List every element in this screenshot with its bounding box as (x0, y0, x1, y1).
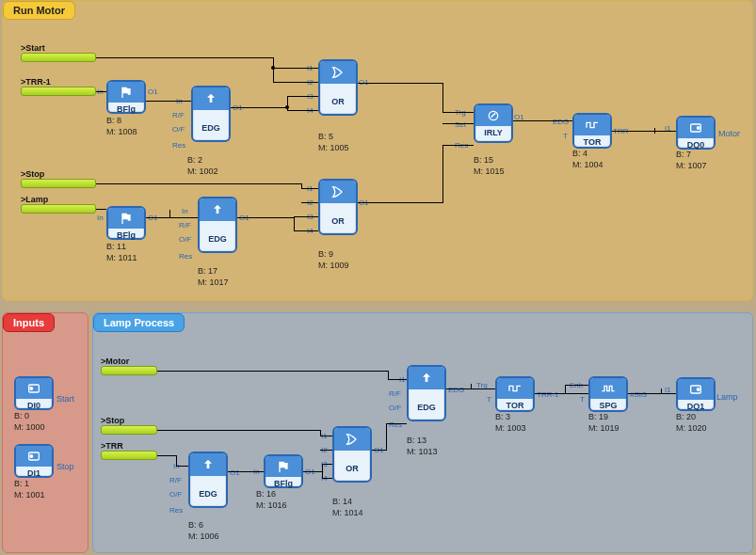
region-header-inputs: Inputs (3, 313, 55, 332)
region-header-run-motor: Run Motor (3, 1, 75, 20)
wire (442, 145, 443, 203)
arrow-up-icon (190, 453, 226, 476)
wire (535, 393, 588, 394)
block-edg-1[interactable]: EDG (191, 86, 231, 142)
signal-trr-label: >TRR (101, 441, 123, 451)
arrow-up-icon (193, 87, 229, 110)
signal-trr[interactable] (101, 451, 157, 460)
block-tor-1[interactable]: TOR (572, 113, 612, 149)
wire (273, 57, 274, 83)
block-tor-2[interactable]: TOR (495, 376, 535, 412)
block-di0[interactable]: DI0 (14, 376, 54, 410)
wire (388, 371, 389, 379)
wire (322, 464, 323, 479)
out-stop: Stop (56, 462, 74, 471)
meta-bflg-3: B: 16M: 1016 (256, 489, 287, 511)
signal-stop[interactable] (21, 179, 96, 188)
block-or-1[interactable]: OR (318, 59, 358, 116)
output-icon (678, 118, 714, 138)
pulse-icon (497, 378, 533, 399)
block-spg[interactable]: SPG (588, 376, 628, 412)
meta-tor-2: B: 3M: 1003 (495, 412, 526, 434)
block-edg-2[interactable]: EDG (198, 197, 237, 253)
wire (294, 216, 295, 231)
port-trr1-out: TRR-1 (537, 390, 559, 399)
signal-stop2[interactable] (101, 425, 157, 435)
wire (442, 83, 443, 113)
wire (388, 379, 407, 380)
port-t: T (563, 132, 568, 140)
wire (358, 83, 442, 84)
flag-icon (108, 82, 144, 103)
port-rf: R/F (179, 221, 191, 230)
input-icon (16, 378, 52, 399)
svg-point-2 (697, 127, 700, 130)
signal-motor-label: >Motor (101, 357, 129, 366)
signal-motor[interactable] (101, 366, 157, 375)
wire (565, 385, 588, 386)
meta-dq0: B: 7M: 1007 (676, 150, 707, 171)
arrow-up-icon (200, 198, 235, 221)
wire (176, 455, 177, 466)
port-res: Res (179, 252, 192, 261)
block-or-2[interactable]: OR (318, 179, 358, 235)
block-bflg-3[interactable]: BFlg (264, 454, 303, 488)
signal-lamp[interactable] (21, 204, 96, 214)
wire (301, 188, 318, 189)
wire (96, 57, 273, 58)
or-gate-icon (320, 181, 356, 203)
block-bflg-1[interactable]: BFlg (106, 80, 146, 114)
wire (654, 128, 655, 134)
out-start: Start (56, 394, 74, 404)
wire (231, 107, 287, 108)
wire (513, 120, 572, 121)
port-sig: #SIG (630, 390, 647, 399)
meta-di1: B: 1M: 1001 (14, 479, 45, 500)
signal-trr1[interactable] (21, 87, 96, 96)
wire (372, 450, 386, 451)
meta-di0: B: 0M: 1000 (14, 411, 45, 433)
block-di1[interactable]: DI1 (14, 444, 54, 478)
region-header-lamp: Lamp Process (93, 313, 185, 332)
wire (146, 217, 198, 218)
block-edg-4[interactable]: EDG (188, 452, 228, 508)
meta-edg-2: B: 17M: 1017 (198, 266, 229, 288)
signal-start-label: >Start (21, 43, 45, 53)
arrow-up-icon (409, 367, 444, 389)
wire (157, 371, 388, 372)
port-rf: R/F (169, 476, 182, 484)
or-gate-icon (320, 61, 356, 84)
block-dq0[interactable]: DQ0 (676, 116, 716, 150)
port-edg: EDG (553, 118, 569, 126)
signal-lamp-label: >Lamp (21, 195, 48, 204)
svg-point-4 (30, 388, 33, 390)
wire (176, 466, 188, 467)
block-irly[interactable]: IRLY (474, 103, 513, 143)
wire (287, 96, 318, 97)
wire (358, 202, 442, 203)
meta-irly: B: 15M: 1015 (474, 155, 505, 177)
signal-start[interactable] (21, 53, 96, 62)
port-o1: O1 (148, 87, 158, 96)
wire (96, 183, 301, 184)
port-rf: R/F (389, 389, 401, 398)
block-bflg-2[interactable]: BFlg (106, 206, 146, 240)
flag-icon (265, 456, 301, 477)
meta-or-1: B: 5M: 1005 (318, 132, 349, 153)
wire (320, 436, 332, 436)
wire (303, 471, 322, 472)
port-res: Res (389, 420, 402, 429)
port-set: Set (455, 120, 466, 129)
block-edg-3[interactable]: EDG (407, 365, 446, 421)
wire (228, 471, 264, 472)
port-res: Res (172, 141, 185, 150)
wire (386, 423, 387, 451)
square-wave-icon (590, 378, 626, 399)
port-o1: O1 (230, 468, 240, 477)
wire (322, 478, 332, 479)
region-lamp: Lamp Process (92, 312, 753, 553)
block-or-3[interactable]: OR (332, 426, 372, 483)
meta-or-2: B: 9M: 1009 (318, 249, 349, 271)
block-dq1[interactable]: DQ1 (676, 377, 716, 411)
wire (628, 393, 676, 394)
